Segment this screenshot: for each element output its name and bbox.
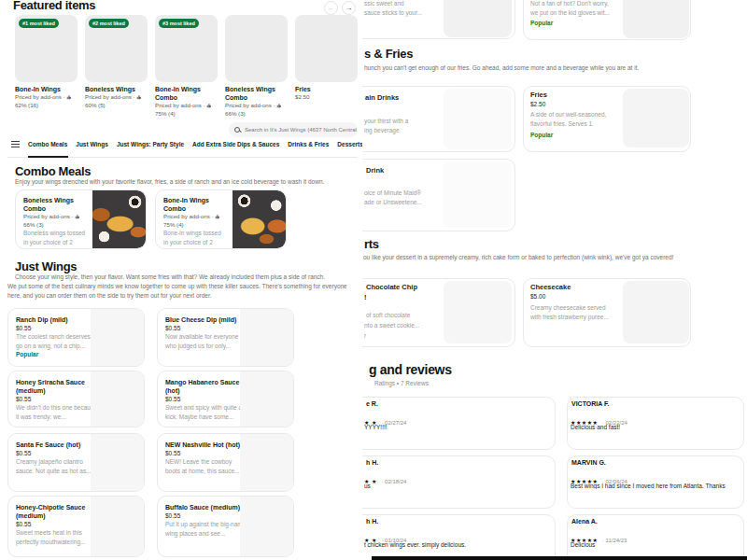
item-image-placeholder: [444, 89, 512, 149]
item-name: Boneless Wings: [85, 85, 148, 93]
item-description-fragment: your thirst with a: [364, 118, 408, 124]
menu-list-icon[interactable]: [11, 141, 20, 147]
item-name: NEW Nashville Hot (hot): [165, 441, 247, 449]
item-price: $2.50: [530, 101, 545, 107]
reviewer-name: Alena A.: [571, 518, 598, 525]
item-image-placeholder: [623, 89, 689, 147]
item-description-fragment: Not a fan of hot? Don't worry,: [530, 0, 609, 7]
item-name-fragment: ain Drinks: [365, 93, 399, 102]
item-rating: 75% (4): [163, 221, 227, 230]
item-meta: Priced by add-ons ·: [225, 102, 275, 108]
section-title-combo-meals: Combo Meals: [15, 164, 91, 178]
section-title-just-wings: Just Wings: [15, 259, 77, 273]
item-image-placeholder: [444, 161, 512, 228]
carousel-prev-button[interactable]: ←: [324, 1, 338, 15]
item-name: Cheesecake: [530, 283, 571, 291]
search-icon: [234, 127, 241, 133]
item-price: $0.55: [16, 449, 98, 457]
item-description: Put it up against the big-name wing plac…: [165, 520, 247, 538]
search-placeholder: Search in It's Just Wings (4637 North Ce…: [245, 127, 358, 133]
item-name: Mango Habanero Sauce (hot): [165, 378, 247, 395]
item-name: Blue Cheese Dip (mild): [165, 315, 247, 324]
item-image-placeholder: [623, 0, 689, 38]
item-rating: 75% (4): [155, 110, 218, 119]
tab-desserts[interactable]: Desserts: [337, 141, 362, 147]
menu-item-card-boneless-wings-combo[interactable]: Boneless Wings Combo Priced by add-ons ·…: [15, 189, 147, 249]
featured-card[interactable]: #1 most liked Bone-In Wings Priced by ad…: [15, 15, 78, 109]
menu-item-card-honey-chipotle[interactable]: Honey-Chipotle Sauce (medium) $0.55 Swee…: [7, 496, 145, 557]
tab-drinks-fries[interactable]: Drinks & Fries: [288, 141, 329, 147]
thumbs-up-icon: [136, 94, 142, 100]
item-description-fragment: ade or Unsweetene...: [364, 199, 422, 205]
review-text-fragment: t chicken wings ever. simply delicious.: [364, 541, 466, 548]
item-image-placeholder: [91, 497, 144, 556]
item-description-fragment: of soft chocolate: [366, 312, 410, 318]
item-name: Bone-In Wings Combo: [163, 196, 227, 213]
category-tab-bar: Combo Meals Just Wings Just Wings: Party…: [11, 141, 363, 147]
featured-card[interactable]: Fries $2.50: [295, 15, 358, 102]
most-liked-badge: #3 most liked: [159, 19, 199, 28]
item-image-placeholder: [623, 281, 689, 343]
menu-item-card-honey-sriracha[interactable]: Honey Sriracha Sauce (medium) $0.55 We d…: [7, 371, 145, 427]
item-price: $0.55: [165, 511, 247, 520]
reviewer-name-fragment: h H.: [366, 459, 378, 466]
left-arrow-icon: ←: [328, 4, 335, 12]
item-image-placeholder: [295, 15, 358, 82]
menu-item-card-buffalo-sauce[interactable]: Buffalo Sauce (medium) $0.55 Put it up a…: [157, 496, 294, 557]
tab-just-wings-party-style[interactable]: Just Wings: Party Style: [117, 141, 184, 147]
search-input[interactable]: Search in It's Just Wings (4637 North Ce…: [229, 122, 358, 137]
reviewer-name-fragment: h H.: [366, 518, 378, 525]
item-image-placeholder: [444, 281, 512, 343]
tab-combo-meals[interactable]: Combo Meals: [28, 141, 67, 147]
item-name-fragment: !: [364, 293, 367, 301]
item-description: NEW! Leave the cowboy boots at home, thi…: [165, 457, 247, 475]
menu-item-card-bone-in-wings-combo[interactable]: Bone-In Wings Combo Priced by add-ons · …: [155, 189, 287, 249]
right-column-clipped: ssic sweet and sauce sticks to your... N…: [362, 0, 747, 560]
menu-page: Featured items ← → #1 most liked Bone-In…: [0, 0, 747, 560]
item-image-placeholder: [91, 434, 144, 491]
menu-item-card-ranch-dip[interactable]: Ranch Dip (mild) $0.55 The coolest ranch…: [7, 308, 145, 367]
item-description: Now available for everyone who judged us…: [165, 332, 247, 350]
featured-card[interactable]: #3 most liked Bone-In Wings Combo Priced…: [155, 15, 218, 118]
item-name: Bone-In Wings Combo: [155, 85, 218, 102]
popular-tag: Popular: [530, 19, 553, 28]
menu-item-card-santa-fe[interactable]: Santa Fe Sauce (hot) $0.55 Creamy jalape…: [7, 433, 145, 492]
item-price: $0.55: [16, 520, 98, 528]
item-meta: Priced by add-ons ·: [85, 93, 135, 100]
item-name: Boneless Wings Combo: [23, 196, 87, 213]
item-price: $0.55: [16, 324, 98, 332]
reviews-count: Ratings • 7 Reviews: [374, 380, 429, 386]
menu-item-card-blue-cheese-dip[interactable]: Blue Cheese Dip (mild) $0.55 Now availab…: [157, 308, 294, 367]
tab-just-wings[interactable]: Just Wings: [76, 141, 108, 147]
menu-item-card-mango-habanero[interactable]: Mango Habanero Sauce (hot) $0.55 Sweet a…: [157, 371, 294, 427]
item-price: $0.55: [165, 449, 247, 457]
thumbs-up-icon: [276, 103, 282, 108]
item-description: Boneless wings tossed in your choice of …: [23, 229, 87, 246]
item-name-fragment: Drink: [366, 166, 384, 175]
footer-bar: [372, 556, 747, 560]
item-price: $5.00: [530, 293, 545, 300]
item-image-placeholder: [240, 309, 293, 366]
menu-item-card-nashville-hot[interactable]: NEW Nashville Hot (hot) $0.55 NEW! Leave…: [157, 433, 294, 492]
active-tab-underline: [28, 156, 68, 158]
item-meta: Priced by add-ons ·: [163, 213, 214, 219]
popular-tag: Popular: [530, 131, 553, 140]
review-date: · 02/18/24: [381, 479, 406, 484]
item-rating: 66% (3): [225, 110, 288, 119]
item-price: $2.50: [295, 93, 358, 102]
combo-food-image: [233, 190, 286, 248]
item-rating: 60% (5): [85, 102, 148, 110]
item-name: Ranch Dip (mild): [16, 315, 98, 324]
tab-add-extra-side-dips-sauces[interactable]: Add Extra Side Dips & Sauces: [192, 141, 279, 147]
review-text-fragment: YYYY!!!!: [364, 424, 388, 430]
featured-card[interactable]: Boneless Wings Combo Priced by add-ons ·…: [225, 15, 288, 118]
review-text-fragment: us: [364, 483, 371, 489]
item-rating: 62% (16): [15, 102, 78, 110]
item-description: We didn't do this one because it was tre…: [16, 403, 98, 421]
popular-tag: Popular: [16, 350, 98, 359]
carousel-next-button[interactable]: →: [342, 1, 356, 15]
section-title-desserts-fragment: rts: [364, 237, 379, 251]
item-name: Honey-Chipotle Sauce (medium): [16, 503, 98, 520]
item-name: Santa Fe Sauce (hot): [16, 441, 98, 449]
featured-card[interactable]: #2 most liked Boneless Wings Priced by a…: [85, 15, 148, 109]
